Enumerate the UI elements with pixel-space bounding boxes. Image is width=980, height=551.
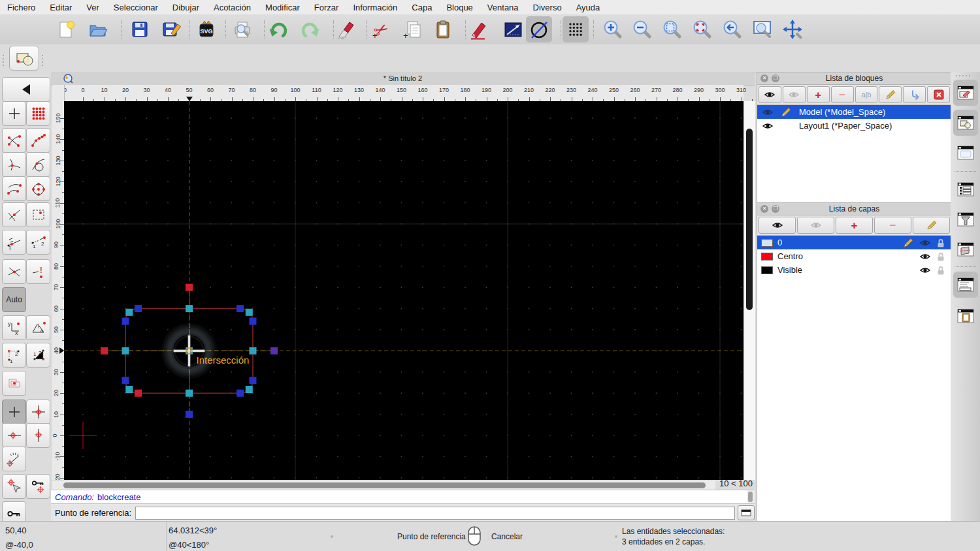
remove-layer-button[interactable]: − [874,217,911,234]
restrict-horizontal-button[interactable] [2,423,26,448]
lock-icon[interactable] [937,266,945,275]
menu-informacion[interactable]: Información [346,3,404,12]
snap-on-entity-button[interactable] [26,128,50,153]
toggle-command-dock-button[interactable] [953,272,978,298]
menu-ayuda[interactable]: Ayuda [569,3,608,12]
restrict-free-button[interactable] [2,400,26,424]
visibility-eye-icon[interactable] [920,253,930,260]
zoom-previous-button[interactable] [689,16,715,42]
line-tool-button[interactable] [500,16,526,42]
menu-acotacion[interactable]: Acotación [206,3,258,12]
snap-free-button[interactable] [2,101,26,126]
block-row[interactable]: Model (*Model_Space) [757,105,951,119]
toggle-hatch-dock-button[interactable] [953,236,978,262]
layer-row[interactable]: 0 [757,236,951,249]
keyboard-toggle-button[interactable] [738,505,755,520]
zoom-back-button[interactable] [719,16,745,42]
visibility-eye-icon[interactable] [920,239,930,247]
new-document-button[interactable] [52,16,78,42]
block-row[interactable]: Layout1 (*Paper_Space) [757,119,951,133]
add-layer-button[interactable]: + [836,217,873,234]
zoom-in-button[interactable] [600,16,626,42]
freeze-all-blocks-button[interactable] [783,86,806,103]
snap-intersection-manual-button[interactable]: ! [26,259,50,284]
drawing-canvas[interactable]: Intersección [64,101,743,480]
toggle-library-dock-button[interactable] [953,140,978,166]
defreeze-all-layers-button[interactable] [759,217,796,234]
snap-distance-manual-button[interactable]: 12 [26,230,50,255]
edit-layer-button[interactable] [913,217,950,234]
toggle-filter-dock-button[interactable] [953,206,978,232]
snap-grid-button[interactable] [26,101,50,126]
coordinate-relative-polar-button[interactable]: 12 [26,343,50,368]
layer-row[interactable]: Visible [757,263,951,277]
snap-middle-arc-button[interactable] [2,176,26,201]
edit-attributes-button[interactable] [466,16,492,42]
snap-middle-button[interactable] [2,202,26,227]
save-button[interactable] [127,16,153,42]
circle-tool-button[interactable] [526,16,552,42]
menu-ver[interactable]: Ver [79,3,106,12]
open-file-button[interactable] [85,16,111,42]
visibility-eye-icon[interactable] [762,108,773,116]
close-icon[interactable]: ✕ [760,205,768,213]
coordinate-cartesian-button[interactable]: yx [2,315,26,340]
lock-relative-zero-button[interactable] [26,474,50,499]
edit-block-button[interactable] [879,86,902,103]
toggle-entity-list-dock-button[interactable] [953,176,978,202]
save-as-button[interactable] [158,16,184,42]
edit-pencil-icon[interactable] [903,238,913,248]
delete-entities-button[interactable] [333,16,359,42]
snap-perpendicular-button[interactable] [2,152,26,177]
menu-diverso[interactable]: Diverso [526,3,569,12]
delete-block-button[interactable] [927,86,950,103]
create-block-button[interactable] [9,46,39,71]
menu-modificar[interactable]: Modificar [258,3,307,12]
zoom-window-button[interactable] [749,16,776,42]
detach-icon[interactable]: ❐ [772,205,779,213]
zoom-auto-button[interactable] [659,16,685,42]
canvas-horizontal-scrollbar[interactable] [52,480,715,490]
menu-editar[interactable]: Editar [42,3,79,12]
export-svg-button[interactable]: SVG [193,16,220,42]
menu-seleccionar[interactable]: Seleccionar [106,3,165,12]
lock-icon[interactable] [937,252,945,261]
back-button-button[interactable] [2,77,50,102]
set-snap-angle-button[interactable] [2,447,26,471]
snap-endpoint-button[interactable] [2,128,26,153]
paste-button[interactable] [430,16,456,42]
copy-button[interactable]: + [399,16,425,42]
lock-icon[interactable] [937,238,945,247]
exclusive-snap-mode-button[interactable] [2,474,26,499]
snap-entity-point-button[interactable] [26,202,50,227]
coordinate-relative-cartesian-button[interactable]: 21 [2,343,26,368]
snap-auto-button[interactable]: Auto [2,287,26,312]
toggle-clipboard-dock-button[interactable] [953,303,978,329]
zoom-out-button[interactable] [629,16,655,42]
command-input[interactable] [135,507,735,520]
menu-ventana[interactable]: Ventana [480,3,526,12]
freeze-all-layers-button[interactable] [797,217,834,234]
restrict-orthogonal-button[interactable] [26,400,50,424]
add-block-button[interactable]: + [807,86,830,103]
visibility-eye-icon[interactable] [762,122,773,130]
insert-block-button[interactable] [903,86,926,103]
detach-icon[interactable]: ❐ [772,74,779,82]
undo-button[interactable] [265,16,291,42]
restrict-nothing-button[interactable] [2,371,26,396]
snap-tangent-button[interactable] [26,152,50,177]
menu-fichero[interactable]: Fichero [0,3,42,12]
coordinate-polar-button[interactable]: ra [26,315,50,340]
menu-dibujar[interactable]: Dibujar [165,3,206,12]
menu-bloque[interactable]: Bloque [439,3,480,12]
close-icon[interactable]: ✕ [760,74,768,82]
rename-block-button[interactable]: a|b [855,86,878,103]
zoom-pan-button[interactable] [779,16,806,42]
cut-button[interactable]: ✂+ [368,16,394,42]
menu-capa[interactable]: Capa [404,3,439,12]
snap-center-button[interactable] [26,176,50,201]
toggle-block-dock-button[interactable] [953,110,978,136]
snap-intersection-button[interactable] [2,259,26,284]
redo-button[interactable] [297,16,323,42]
canvas-vertical-scrollbar[interactable] [743,101,755,480]
